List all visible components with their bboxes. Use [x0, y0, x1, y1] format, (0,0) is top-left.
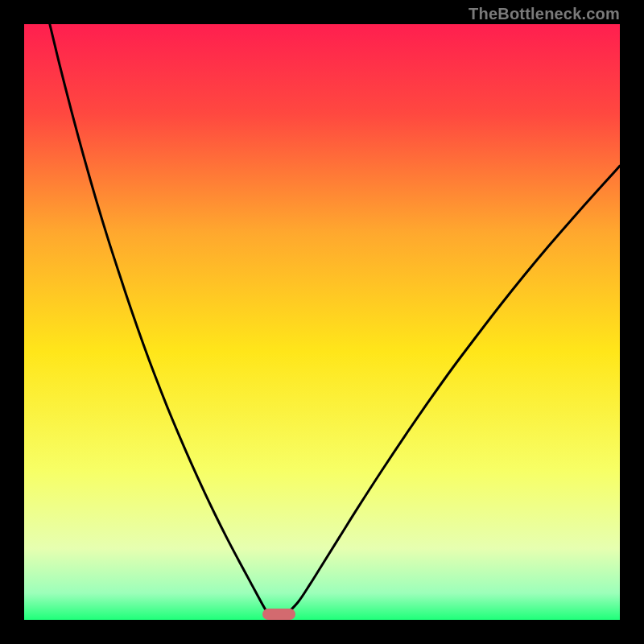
bottleneck-curve [24, 24, 620, 620]
watermark-label: TheBottleneck.com [469, 5, 620, 23]
chart-frame: TheBottleneck.com [0, 0, 644, 644]
right-branch [287, 166, 620, 614]
plot-area [24, 24, 620, 620]
left-branch [50, 24, 269, 614]
bottleneck-marker [262, 609, 295, 620]
